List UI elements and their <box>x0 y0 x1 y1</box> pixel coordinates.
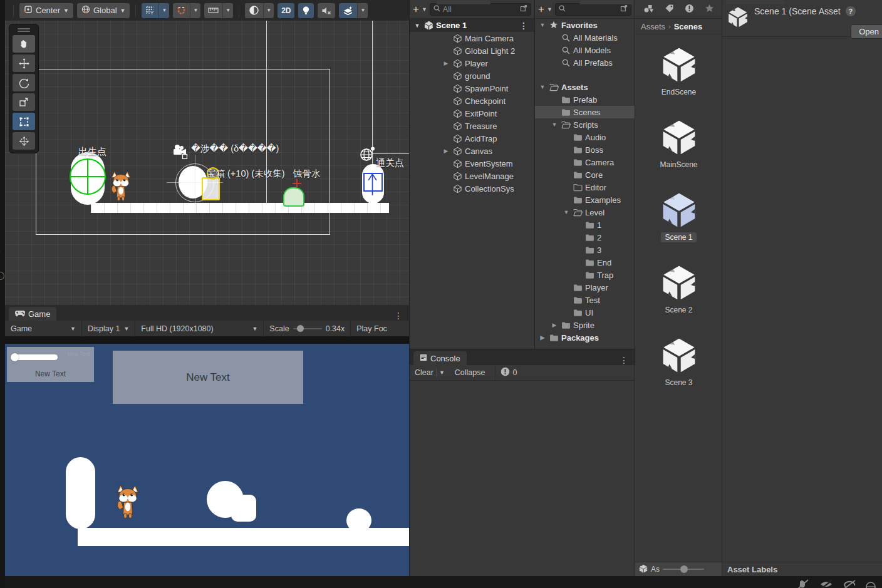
thumbnail-size-slider[interactable] <box>663 569 704 570</box>
game-viewport[interactable]: New Text New Text New Text <box>5 336 409 576</box>
filter-by-label-icon[interactable] <box>665 4 674 15</box>
view-hand-tool-button[interactable] <box>13 35 35 53</box>
hierarchy-item-main-camera[interactable]: Main Camera <box>410 32 534 44</box>
project-tree-item-audio[interactable]: Audio <box>535 131 635 143</box>
project-tree-item-2[interactable]: 2 <box>535 231 635 244</box>
project-tree-item-all-models[interactable]: All Models <box>535 44 635 56</box>
asset-scene-3[interactable]: Scene 3 <box>635 331 722 404</box>
grid-visibility-tool[interactable]: Y ▼ <box>142 3 169 18</box>
hierarchy-tab-stub[interactable] <box>437 0 490 4</box>
chevron-down-icon[interactable]: ▼ <box>222 3 233 18</box>
overlay-drag-handle[interactable] <box>13 27 35 33</box>
hierarchy-scene-root-row[interactable]: ▼ Scene 1 ⋮ <box>410 19 534 32</box>
chevron-down-icon[interactable]: ▼ <box>551 121 558 128</box>
player-fox-sprite[interactable] <box>110 170 132 202</box>
project-tree-item-favorites[interactable]: ▼Favorites <box>535 19 635 31</box>
hierarchy-item-levelmanage[interactable]: LevelManage <box>410 170 534 182</box>
asset-mainscene[interactable]: MainScene <box>635 113 722 186</box>
project-tree-item-packages[interactable]: ▶Packages <box>535 331 635 344</box>
hierarchy-item-canvas[interactable]: ▶Canvas <box>410 145 534 157</box>
open-scene-button[interactable]: Open <box>851 24 882 39</box>
inspector-tab-stub[interactable] <box>725 0 785 4</box>
console-menu-kebab[interactable]: ⋮ <box>613 355 635 365</box>
project-tree-item-scripts[interactable]: ▼Scripts <box>535 118 635 131</box>
project-tree-item-editor[interactable]: Editor <box>535 181 635 193</box>
asset-labels-header[interactable]: Asset Labels <box>722 562 882 576</box>
project-tree-item-assets[interactable]: ▼Assets <box>535 81 635 93</box>
hierarchy-search-input[interactable]: All <box>430 3 531 16</box>
favorites-star-icon[interactable] <box>705 4 714 15</box>
chevron-right-icon[interactable]: ▶ <box>442 60 450 66</box>
project-tree-item-ui[interactable]: UI <box>535 306 635 319</box>
scale-slider[interactable] <box>293 328 322 329</box>
hierarchy-item-collectionsys[interactable]: CollectionSys <box>410 182 534 195</box>
project-tree-item-camera[interactable]: Camera <box>535 156 635 168</box>
project-tree-item-level[interactable]: ▼Level <box>535 206 635 219</box>
project-tree-item-player[interactable]: Player <box>535 281 635 294</box>
disabled-lasso-icon[interactable] <box>843 579 857 588</box>
console-collapse-button[interactable]: Collapse <box>450 365 490 380</box>
increment-snap-tool[interactable]: ▼ <box>204 3 233 18</box>
hierarchy-item-acidtrap[interactable]: AcidTrap <box>410 132 534 145</box>
breadcrumb-current[interactable]: Scenes <box>674 22 703 31</box>
hierarchy-item-checkpoint[interactable]: Checkpoint <box>410 95 534 107</box>
hierarchy-item-ground[interactable]: ground <box>410 70 534 82</box>
transform-tool-button[interactable] <box>13 132 35 150</box>
popout-icon[interactable] <box>520 4 527 14</box>
chevron-down-icon[interactable]: ▼ <box>413 23 421 29</box>
rotate-tool-button[interactable] <box>13 74 35 91</box>
project-tree-item-1[interactable]: 1 <box>535 219 635 231</box>
acid-trap-sprite[interactable] <box>283 187 304 207</box>
disabled-hand-tool-icon[interactable] <box>797 579 811 588</box>
chevron-down-icon[interactable]: ▼ <box>539 84 546 90</box>
scene-lighting-toggle[interactable] <box>298 3 314 18</box>
asset-scene-2[interactable]: Scene 2 <box>635 259 722 331</box>
scale-tool-button[interactable] <box>13 93 35 111</box>
asset-endscene[interactable]: EndScene <box>635 41 722 113</box>
scene-kebab-menu[interactable]: ⋮ <box>513 21 534 31</box>
hierarchy-item-global-light-2[interactable]: Global Light 2 <box>410 44 534 57</box>
project-tab-stub[interactable] <box>579 0 633 4</box>
project-tree-item-boss[interactable]: Boss <box>535 143 635 156</box>
console-clear-button[interactable]: Clear ▼ <box>410 365 450 380</box>
asset-scene-1[interactable]: Scene 1 <box>635 186 722 259</box>
treasure-collider-selection[interactable] <box>202 177 220 200</box>
hierarchy-item-eventsystem[interactable]: EventSystem <box>410 157 534 170</box>
spawn-point-gizmo[interactable] <box>70 158 106 195</box>
game-menu-kebab[interactable]: ⋮ <box>388 311 409 321</box>
project-tree-item-all-materials[interactable]: All Materials <box>535 31 635 44</box>
chevron-down-icon[interactable]: ▼ <box>539 22 546 28</box>
chevron-down-icon[interactable]: ▼ <box>547 6 553 13</box>
resolution-dropdown[interactable]: Full HD (1920x1080) ▼ <box>135 321 263 336</box>
snap-tool[interactable]: ▼ <box>173 3 200 18</box>
chevron-right-icon[interactable]: ▶ <box>539 334 546 341</box>
hierarchy-item-spawnpoint[interactable]: SpawnPoint <box>410 82 534 95</box>
project-tree-item-core[interactable]: Core <box>535 168 635 181</box>
disabled-eye-icon[interactable] <box>819 579 834 588</box>
hierarchy-item-treasure[interactable]: Treasure <box>410 120 534 132</box>
project-tree-item-all-prefabs[interactable]: All Prefabs <box>535 56 635 69</box>
console-filter-icon[interactable] <box>685 4 694 15</box>
pivot-mode-button[interactable]: Center ▼ <box>19 3 73 18</box>
chevron-down-icon[interactable]: ▼ <box>563 209 570 215</box>
hierarchy-item-exitpoint[interactable]: ExitPoint <box>410 107 534 120</box>
chevron-down-icon[interactable]: ▼ <box>263 3 274 18</box>
hierarchy-item-player[interactable]: ▶Player <box>410 57 534 70</box>
tab-game[interactable]: Game <box>9 307 56 321</box>
chevron-down-icon[interactable]: ▼ <box>422 6 427 13</box>
effects-visibility-tool[interactable]: ▼ <box>339 3 368 18</box>
partial-globe-icon[interactable] <box>866 580 876 588</box>
game-mode-dropdown[interactable]: Game ▼ <box>5 321 81 336</box>
audio-mute-toggle[interactable] <box>318 3 335 18</box>
help-icon[interactable]: ? <box>846 6 856 16</box>
display-dropdown[interactable]: Display 1 ▼ <box>82 321 135 336</box>
move-tool-button[interactable] <box>13 54 35 72</box>
shading-mode-tool[interactable]: ▼ <box>245 3 274 18</box>
project-search-input[interactable] <box>555 3 631 16</box>
orientation-button[interactable]: Global ▼ <box>77 3 130 18</box>
console-error-count-toggle[interactable]: 0 <box>495 365 522 380</box>
2d-mode-toggle[interactable]: 2D <box>278 3 294 18</box>
exit-globe-gizmo-icon[interactable] <box>360 147 376 163</box>
play-focused-dropdown[interactable]: Play Foc <box>351 321 393 336</box>
camera-gizmo-icon[interactable] <box>172 144 190 161</box>
